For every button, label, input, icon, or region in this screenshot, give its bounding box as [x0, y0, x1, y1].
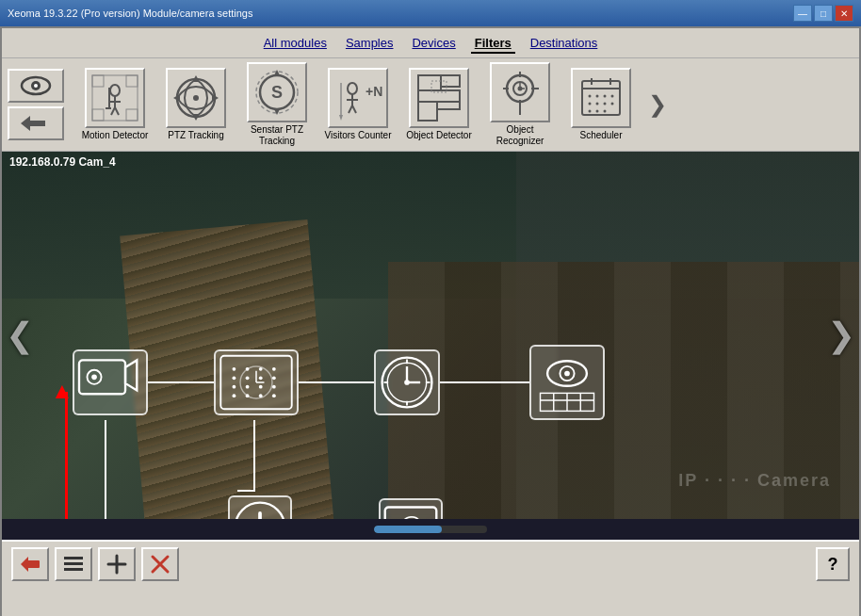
- prev-camera-button[interactable]: ❮: [6, 316, 34, 355]
- svg-point-2: [34, 84, 38, 88]
- svg-point-75: [259, 376, 263, 380]
- motion-detector-node[interactable]: [214, 349, 299, 415]
- progress-bar-fill: [374, 526, 442, 533]
- svg-point-77: [233, 385, 236, 389]
- svg-line-29: [349, 105, 352, 113]
- module-object-detector[interactable]: Object Detector: [401, 68, 477, 141]
- svg-point-26: [348, 83, 357, 94]
- scheduler-node[interactable]: [374, 349, 440, 415]
- progress-bar-track: [374, 526, 487, 533]
- svg-point-84: [272, 394, 276, 397]
- svg-point-10: [110, 85, 120, 96]
- svg-point-51: [589, 95, 592, 98]
- close-button[interactable]: ✕: [835, 5, 853, 22]
- motion-detector-icon-box: [85, 68, 145, 128]
- module-scheduler[interactable]: Scheduler: [563, 68, 639, 141]
- module-visitors-counter[interactable]: +N Visitors Counter: [320, 68, 396, 141]
- help-button[interactable]: ?: [816, 547, 850, 581]
- back-button[interactable]: [11, 547, 49, 581]
- tab-destinations[interactable]: Destinations: [527, 34, 602, 54]
- svg-point-79: [259, 385, 263, 389]
- svg-rect-9: [126, 109, 138, 121]
- svg-line-13: [111, 107, 115, 115]
- svg-marker-24: [274, 70, 280, 75]
- svg-point-61: [604, 110, 607, 113]
- camera-node[interactable]: [73, 349, 148, 415]
- svg-text:@: @: [399, 511, 422, 519]
- resize-arrow-up: ▲: [51, 378, 73, 404]
- svg-point-59: [589, 110, 592, 113]
- nav-tabs: All modules Samples Devices Filters Dest…: [2, 28, 859, 58]
- svg-line-30: [352, 105, 356, 113]
- svg-point-54: [611, 95, 614, 98]
- remove-button[interactable]: [141, 547, 179, 581]
- svg-point-52: [596, 95, 599, 98]
- svg-point-80: [272, 385, 276, 389]
- add-button[interactable]: [98, 547, 136, 581]
- svg-point-92: [404, 380, 410, 385]
- object-detector-node[interactable]: [529, 345, 605, 420]
- visitors-counter-label: Visitors Counter: [325, 130, 392, 141]
- maximize-button[interactable]: □: [814, 5, 833, 22]
- svg-point-99: [564, 371, 570, 377]
- module-object-recognizer[interactable]: Object Recognizer: [482, 62, 558, 147]
- object-detector-label: Object Detector: [406, 130, 471, 141]
- module-senstar-ptz[interactable]: S Senstar PTZ Tracking: [239, 62, 315, 147]
- scroll-right-arrow[interactable]: ❯: [644, 88, 671, 122]
- svg-text:+N: +N: [366, 84, 382, 99]
- eye-button[interactable]: [8, 69, 64, 103]
- tab-filters[interactable]: Filters: [471, 34, 515, 54]
- svg-marker-25: [274, 109, 280, 115]
- svg-point-69: [233, 367, 236, 371]
- svg-marker-65: [125, 360, 137, 390]
- scheduler-label: Scheduler: [579, 130, 622, 141]
- svg-text:S: S: [271, 83, 283, 102]
- email-node[interactable]: @: [379, 498, 443, 519]
- titlebar: Xeoma 19.3.22 (Pro version) Module/camer…: [0, 0, 861, 26]
- svg-point-72: [272, 367, 276, 371]
- svg-rect-115: [26, 560, 40, 568]
- svg-rect-118: [64, 562, 83, 565]
- list-button[interactable]: [55, 547, 92, 581]
- tab-all-modules[interactable]: All modules: [260, 34, 331, 54]
- svg-point-53: [604, 95, 607, 98]
- svg-rect-49: [582, 81, 620, 115]
- ptz-tracking-label: PTZ Tracking: [168, 130, 223, 141]
- module-motion-detector[interactable]: Motion Detector: [77, 68, 153, 141]
- svg-rect-8: [92, 109, 104, 121]
- svg-point-55: [589, 103, 592, 105]
- tab-devices[interactable]: Devices: [408, 34, 459, 54]
- svg-point-81: [233, 394, 236, 397]
- senstar-ptz-label: Senstar PTZ Tracking: [239, 124, 315, 147]
- object-recognizer-label: Object Recognizer: [482, 124, 558, 147]
- status-bar: [2, 519, 859, 540]
- svg-rect-7: [126, 75, 138, 87]
- svg-marker-33: [339, 115, 343, 121]
- svg-point-16: [193, 95, 199, 101]
- alert-node[interactable]: [228, 495, 292, 519]
- camera-label: 192.168.0.79 Cam_4: [9, 155, 116, 169]
- svg-point-67: [91, 375, 97, 381]
- svg-rect-34: [418, 75, 441, 90]
- svg-point-56: [596, 103, 599, 105]
- svg-marker-116: [21, 557, 28, 572]
- module-ptz-tracking[interactable]: PTZ Tracking: [158, 68, 234, 141]
- next-camera-button[interactable]: ❯: [827, 316, 855, 355]
- object-detector-icon-box: [409, 68, 469, 128]
- visitors-counter-icon-box: +N: [328, 68, 388, 128]
- window-title: Xeoma 19.3.22 (Pro version) Module/camer…: [8, 8, 793, 19]
- svg-point-78: [246, 385, 250, 389]
- back-ctrl-button[interactable]: [8, 106, 64, 140]
- bottom-left-controls: [11, 547, 179, 581]
- svg-point-60: [596, 110, 599, 113]
- motion-detector-label: Motion Detector: [82, 130, 149, 141]
- svg-point-73: [233, 376, 236, 380]
- bottom-bar: ?: [2, 540, 859, 587]
- minimize-button[interactable]: —: [793, 5, 812, 22]
- svg-rect-117: [64, 557, 83, 559]
- camera-background: IP · · · · Camera: [2, 152, 859, 519]
- svg-point-58: [611, 103, 614, 105]
- tab-samples[interactable]: Samples: [342, 34, 398, 54]
- svg-rect-37: [418, 102, 437, 121]
- module-icons-scroll: Motion Detector: [77, 62, 853, 147]
